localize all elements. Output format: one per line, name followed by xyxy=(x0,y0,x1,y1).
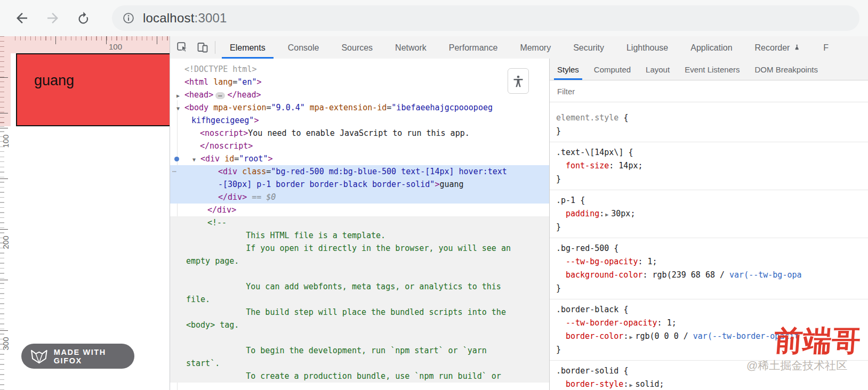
back-button[interactable] xyxy=(13,9,31,27)
browser-toolbar: localhost:3001 xyxy=(0,0,868,37)
css-property[interactable]: background-color: rgb(239 68 68 / var(--… xyxy=(550,269,868,282)
reload-button[interactable] xyxy=(75,9,93,27)
css-rule: .bg-red-500 {--tw-bg-opacity: 1;backgrou… xyxy=(550,238,868,299)
devtools-tab-elements[interactable]: Elements xyxy=(219,37,277,59)
property-name: border-style xyxy=(566,379,623,389)
code-token: If you open it directly in the browser, … xyxy=(207,243,511,253)
code-token: </div> xyxy=(207,205,236,215)
rule-closing-brace: } xyxy=(550,173,868,186)
css-selector[interactable]: .p-1 { xyxy=(550,194,868,207)
devtools-tab-console[interactable]: Console xyxy=(277,37,331,59)
devtools-tab-recorder[interactable]: Recorder xyxy=(744,37,813,59)
dom-tree-line[interactable]: To create a production bundle, use `npm … xyxy=(170,370,549,383)
dom-tree-line[interactable] xyxy=(170,331,549,344)
code-token: <!-- xyxy=(207,218,227,228)
dom-tree-line[interactable]: empty page. xyxy=(170,255,549,267)
dom-tree-line[interactable]: You can add webfonts, meta tags, or anal… xyxy=(170,280,549,293)
dom-tree-line[interactable] xyxy=(170,267,549,280)
code-token: "bg-red-500 md:bg-blue-500 text-[14px] h… xyxy=(271,167,507,176)
devtools-panel: ElementsConsoleSourcesNetworkPerformance… xyxy=(170,36,868,390)
property-value: 30px xyxy=(611,209,630,218)
dom-tree-line[interactable]: file. xyxy=(170,293,549,306)
accessibility-tree-button[interactable] xyxy=(508,68,529,94)
selector-token: .text-\[14px\] { xyxy=(556,148,633,157)
address-bar[interactable]: localhost:3001 xyxy=(112,5,859,31)
devtools-tab-memory[interactable]: Memory xyxy=(509,37,562,59)
elements-tree: <!DOCTYPE html><html lang="en">▶<head>…<… xyxy=(170,59,549,390)
dom-tree-line[interactable]: To begin the development, run `npm start… xyxy=(170,344,549,357)
css-selector[interactable]: .border-black { xyxy=(550,303,868,316)
rule-closing-brace: } xyxy=(550,282,868,295)
dom-tree-line[interactable]: ▼<div id="root"> xyxy=(170,152,549,165)
property-name: font-size xyxy=(566,161,609,170)
dom-tree-line[interactable]: This HTML file is a template. xyxy=(170,229,549,242)
css-selector[interactable]: .text-\[14px\] { xyxy=(550,146,868,159)
sidebar-tab-layout[interactable]: Layout xyxy=(638,59,677,80)
sidebar-tab-styles[interactable]: Styles xyxy=(550,59,586,80)
dom-tree-line[interactable]: </div> xyxy=(170,204,549,216)
devtools-tab-application[interactable]: Application xyxy=(679,37,743,59)
dom-tree-line[interactable]: ▼<body mpa-version="9.0.4" mpa-extension… xyxy=(170,101,549,114)
device-toolbar-button[interactable] xyxy=(195,39,211,55)
code-token: The build step will place the bundled sc… xyxy=(207,307,506,317)
page-viewport: 100 guang 100 200 300 MADE WITH GIFOX xyxy=(0,36,170,390)
devtools-tab-security[interactable]: Security xyxy=(562,37,615,59)
inspected-element-box[interactable]: guang xyxy=(16,53,170,126)
collapsed-content-badge: … xyxy=(215,92,225,99)
dom-tree-line[interactable]: </noscript> xyxy=(170,140,549,152)
dom-tree-line[interactable]: -[30px] p-1 border border-black border-s… xyxy=(170,178,549,191)
sidebar-tab-event-listeners[interactable]: Event Listeners xyxy=(677,59,747,80)
sidebar-tab-strip: StylesComputedLayoutEvent ListenersDOM B… xyxy=(550,59,868,80)
code-token: = xyxy=(232,77,237,87)
dom-tree-line[interactable]: If you open it directly in the browser, … xyxy=(170,242,549,255)
dom-tree-line[interactable]: <body> tag. xyxy=(170,319,549,331)
dom-tree-line[interactable]: </div> == $0 xyxy=(170,191,549,204)
dom-tree-line[interactable]: <!DOCTYPE html> xyxy=(170,63,549,76)
css-property[interactable]: font-size: 14px; xyxy=(550,159,868,173)
css-selector[interactable]: element.style { xyxy=(550,111,868,125)
dom-tree-line[interactable]: <noscript>You need to enable JavaScript … xyxy=(170,127,549,140)
css-property[interactable]: padding:▶30px; xyxy=(550,207,868,221)
code-token: > xyxy=(268,154,272,164)
gifox-watermark-badge: MADE WITH GIFOX xyxy=(21,344,134,369)
devtools-tab-strip: ElementsConsoleSourcesNetworkPerformance… xyxy=(219,37,840,59)
forward-button[interactable] xyxy=(44,9,62,27)
dom-tree-line[interactable]: <html lang="en"> xyxy=(170,76,549,88)
sidebar-tab-dom-breakpoints[interactable]: DOM Breakpoints xyxy=(748,59,825,80)
inspect-element-button[interactable] xyxy=(174,39,190,55)
code-token: To begin the development, run `npm start… xyxy=(207,346,487,355)
css-selector[interactable]: .bg-red-500 { xyxy=(550,242,868,255)
dom-tree-line[interactable]: The build step will place the bundled sc… xyxy=(170,306,549,319)
sidebar-tab-computed[interactable]: Computed xyxy=(586,59,638,80)
devtools-tab-overflow[interactable]: F xyxy=(812,37,840,59)
code-token: -[30px] p-1 border border-black border-s… xyxy=(218,180,435,189)
css-property[interactable]: border-style:▶solid; xyxy=(550,378,868,390)
devtools-tab-network[interactable]: Network xyxy=(384,37,438,59)
filter-placeholder: Filter xyxy=(557,87,575,96)
devtools-tab-lighthouse[interactable]: Lighthouse xyxy=(615,37,679,59)
styles-filter-bar[interactable]: Filter xyxy=(550,80,868,102)
dom-tree-line[interactable]: ▶<head>…</head> xyxy=(170,88,549,101)
dom-tree-line[interactable]: <!-- xyxy=(170,216,549,229)
expand-value-arrow-icon[interactable]: ▶ xyxy=(629,334,632,340)
ruler-label-v200: 200 xyxy=(1,232,10,253)
collapse-arrow-icon: ▼ xyxy=(192,153,200,166)
expand-value-arrow-icon[interactable]: ▶ xyxy=(629,382,632,388)
code-token: guang xyxy=(439,180,463,189)
css-rule: element.style {} xyxy=(550,108,868,142)
devtools-tab-sources[interactable]: Sources xyxy=(330,37,384,59)
expand-arrow-icon: ▶ xyxy=(176,90,184,102)
code-token: <head> xyxy=(184,90,213,100)
code-token: </noscript> xyxy=(200,141,253,151)
devtools-tab-performance[interactable]: Performance xyxy=(438,37,509,59)
dom-tree-line[interactable]: kifhgecigeeg"> xyxy=(170,114,549,127)
dom-tree-line[interactable]: start`. xyxy=(170,357,549,370)
dom-tree-line[interactable]: ⋯<div class="bg-red-500 md:bg-blue-500 t… xyxy=(170,165,549,178)
back-icon xyxy=(14,10,30,26)
url-text: localhost:3001 xyxy=(143,11,227,26)
property-name: border-color xyxy=(566,331,623,341)
code-token: > xyxy=(256,77,261,87)
code-token: <div xyxy=(200,154,220,164)
css-property[interactable]: --tw-bg-opacity: 1; xyxy=(550,255,868,269)
expand-value-arrow-icon[interactable]: ▶ xyxy=(605,212,608,217)
